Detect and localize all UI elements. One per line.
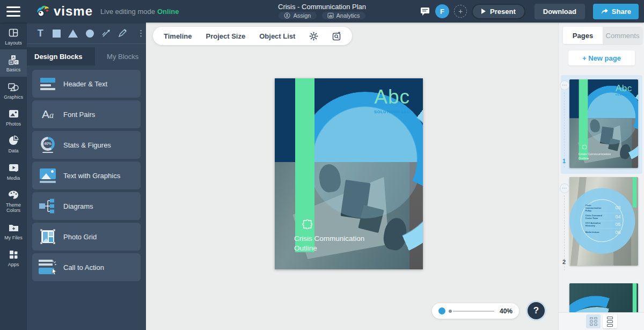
zoom-level: 40% xyxy=(500,307,513,315)
sidebar-label: Apps xyxy=(0,262,27,267)
present-button[interactable]: Present xyxy=(472,4,525,19)
user-avatar[interactable]: F xyxy=(435,4,449,18)
page-2-number: 2 xyxy=(562,259,566,265)
analytics-button[interactable]: Analytics xyxy=(322,12,365,19)
circle-tool[interactable] xyxy=(85,28,95,39)
triangle-tool[interactable] xyxy=(68,28,78,39)
tab-my-blocks[interactable]: My Blocks xyxy=(95,47,146,65)
more-tools-icon[interactable]: ⋮ xyxy=(136,28,146,39)
block-label: Call to Action xyxy=(63,263,104,272)
visme-editor: visme Live editing modeOnline Crisis - C… xyxy=(0,0,644,330)
assign-button[interactable]: Assign xyxy=(279,12,316,19)
page-1-number: 1 xyxy=(562,158,566,164)
block-photo-grid[interactable]: Photo Grid xyxy=(32,223,141,251)
zoom-slider-handle[interactable] xyxy=(438,307,445,314)
my-files-icon xyxy=(8,223,19,232)
cover-slide: Abc SOLUTIONS LLC Crisis Communication O… xyxy=(275,78,423,269)
sidebar-item-media[interactable]: Media xyxy=(0,158,27,185)
tab-pages[interactable]: Pages xyxy=(563,27,603,44)
call-to-action-icon xyxy=(39,259,57,275)
block-label: Header & Text xyxy=(63,80,107,88)
sidebar-item-photos[interactable]: Photos xyxy=(0,104,27,130)
page-1-thumbnail[interactable]: Abc SOLUTIONS LLC Crisis CommunicationOu… xyxy=(569,79,638,168)
comments-button[interactable] xyxy=(420,7,430,16)
block-header-text[interactable]: Header & Text xyxy=(32,70,141,98)
sidebar-item-apps[interactable]: Apps xyxy=(0,244,27,271)
block-label: Stats & Figures xyxy=(63,141,111,149)
play-icon xyxy=(481,9,486,14)
line-tool[interactable] xyxy=(101,28,111,39)
timeline-button[interactable]: Timeline xyxy=(164,32,192,40)
tab-comments[interactable]: Comments xyxy=(603,27,642,44)
sidebar-item-basics[interactable]: ABC Basics xyxy=(0,49,27,76)
cover-title: Crisis Communication Outline xyxy=(294,234,364,253)
tab-design-blocks[interactable]: Design Blocks xyxy=(27,47,95,65)
hamburger-menu-icon[interactable] xyxy=(0,0,27,23)
pages-panel-footer xyxy=(559,312,644,330)
sidebar-item-my-files[interactable]: My Files xyxy=(0,217,27,244)
new-page-button[interactable]: + New page xyxy=(568,50,635,65)
analytics-chart-icon xyxy=(327,12,334,19)
theme-colors-icon xyxy=(8,190,19,200)
object-list-button[interactable]: Object List xyxy=(259,32,295,40)
brand-subtitle: SOLUTIONS LLC xyxy=(374,109,410,114)
block-diagrams[interactable]: Diagrams xyxy=(32,192,141,220)
svg-text:C: C xyxy=(15,61,18,64)
svg-text:A: A xyxy=(12,56,14,59)
grid-view-button[interactable] xyxy=(586,314,601,328)
canvas-area: Timeline Project Size Object List xyxy=(146,23,558,330)
green-stripe xyxy=(633,177,636,208)
font-pairs-icon: Aa xyxy=(42,108,54,121)
block-stats-figures[interactable]: 40% Stats & Figures xyxy=(32,131,141,159)
design-blocks-list: Header & Text Aa Font Pairs 40% Stats & … xyxy=(27,65,146,281)
sidebar-item-theme-colors[interactable]: Theme Colors xyxy=(0,185,27,217)
sidebar-label: Graphics xyxy=(0,94,27,100)
share-label: Share xyxy=(612,8,631,16)
sidebar-item-graphics[interactable]: Graphics xyxy=(0,77,27,104)
left-sidebar: Layouts ABC Basics Graphics Photos Data … xyxy=(0,23,27,330)
cover-title-line1: Crisis Communication xyxy=(294,234,364,243)
square-tool[interactable] xyxy=(52,28,62,39)
sidebar-label: Media xyxy=(0,175,27,181)
settings-gear-icon[interactable] xyxy=(309,32,318,41)
apps-icon xyxy=(9,250,19,260)
graphics-icon xyxy=(8,82,19,92)
page-2-thumbnail[interactable]: Crisis Communication Policy03 Crisis Com… xyxy=(569,177,638,266)
pen-tool[interactable] xyxy=(118,28,128,39)
diagrams-icon xyxy=(39,199,57,214)
block-text-with-graphics[interactable]: Text with Graphics xyxy=(32,162,141,189)
header-text-icon xyxy=(40,78,55,90)
blocks-tabs: Design Blocks My Blocks xyxy=(27,47,146,65)
page-1-menu-button[interactable]: ⋯ xyxy=(560,80,569,90)
page-2-menu-button[interactable]: ⋯ xyxy=(560,184,569,193)
sidebar-item-layouts[interactable]: Layouts xyxy=(0,23,27,49)
pages-tabs: Pages Comments xyxy=(563,27,642,44)
sidebar-item-data[interactable]: Data xyxy=(0,130,27,157)
help-button[interactable]: ? xyxy=(526,300,546,321)
photo-grid-icon xyxy=(40,229,55,244)
canvas-toolbar: Timeline Project Size Object List xyxy=(153,27,352,45)
design-page[interactable]: Abc SOLUTIONS LLC Crisis Communication O… xyxy=(275,78,423,269)
block-call-to-action[interactable]: Call to Action xyxy=(32,253,141,281)
block-font-pairs[interactable]: Aa Font Pairs xyxy=(32,100,141,128)
download-button[interactable]: Download xyxy=(535,4,585,19)
analytics-label: Analytics xyxy=(336,12,360,19)
block-label: Text with Graphics xyxy=(63,172,120,180)
shape-tools-row: T ⋮ xyxy=(27,23,146,44)
share-button[interactable]: Share xyxy=(593,4,639,19)
add-collaborator-button[interactable]: + xyxy=(454,5,467,18)
zoom-slider-track[interactable] xyxy=(453,311,494,312)
text-tool[interactable]: T xyxy=(35,28,46,39)
project-size-button[interactable]: Project Size xyxy=(206,32,246,40)
list-view-button[interactable] xyxy=(603,314,617,328)
stats-badge: 40% xyxy=(40,142,55,145)
find-replace-icon[interactable] xyxy=(332,32,341,41)
visme-logo[interactable]: visme xyxy=(34,4,93,19)
mode-status: Online xyxy=(157,8,179,16)
assign-label: Assign xyxy=(293,12,311,19)
toc-list: Crisis Communication Policy03 Crisis Com… xyxy=(586,203,621,236)
pages-panel: Pages Comments + New page ⋯ ⋯ Abc SOLUTI… xyxy=(558,23,644,330)
puzzle-icon xyxy=(299,218,314,231)
brand-name: Abc xyxy=(374,86,410,108)
block-label: Photo Grid xyxy=(63,233,97,241)
